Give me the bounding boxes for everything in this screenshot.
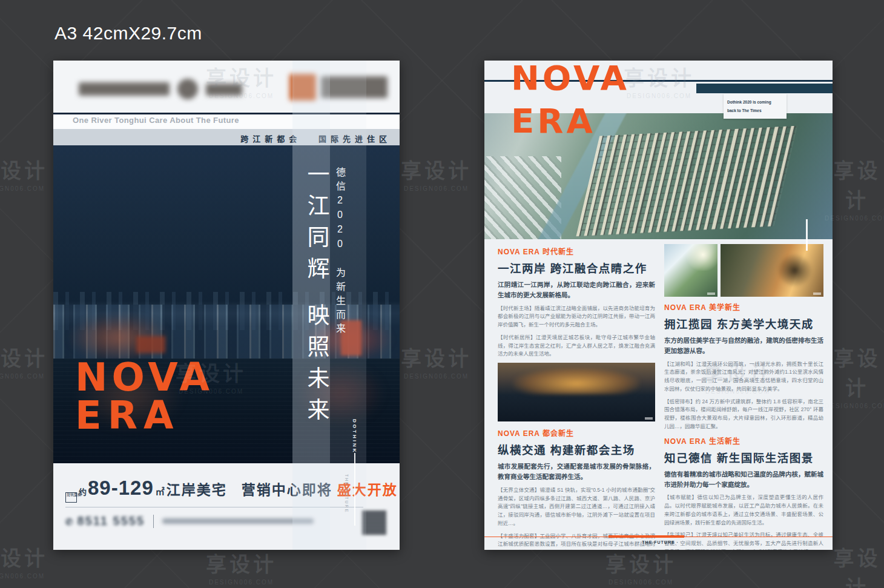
brand-seal-blurred	[177, 79, 198, 99]
section-paragraph: 【低密排布】约 24 万方新中式建筑群，整体约 1.8 低容积率，南北三围合错落…	[664, 398, 823, 431]
vertical-rule	[354, 453, 355, 526]
back-left-column: NOVA ERA 时代新生 一江两岸 跨江融合点睛之作 江阴靖江一江两岸，从跨江…	[498, 246, 655, 550]
brand-line2: ERA	[75, 397, 214, 435]
area-suffix: 江岸美宅	[167, 478, 227, 499]
area-unit: ㎡	[156, 484, 165, 497]
section-paragraph: 【无界立体交通】锡澄靖 S1 快轨，实现“0.5-1 小时的城市通勤圈”交通骨架…	[498, 486, 655, 528]
poster-back-page: NOVA ERA Dothink 2020 is coming back to …	[484, 61, 833, 550]
photo-lakeside-jogger	[664, 244, 717, 297]
section-life: NOVA ERA 生活新生 知己德信 新生国际生活图景 德信有着精准的城市战略和…	[664, 435, 823, 550]
photo-sunset-cyclist	[721, 244, 823, 297]
brand-logo-blurred	[79, 82, 170, 96]
vertical-brand-word: DOTHINK	[352, 419, 357, 454]
section-paragraph: 【时代新主场】随着靖江滨江战略全面铺展，以先进商务功能培育为都会新极的江阴与以产…	[498, 305, 655, 329]
section-lead: 东方的居住美学在于与自然的融洽，建筑的低密排布生活更加悠游从容。	[664, 335, 823, 356]
section-title: 纵横交通 构建新都会主场	[498, 441, 655, 457]
section-title: 一江两岸 跨江融合点睛之作	[498, 260, 655, 276]
english-tagline: One River Tonghui Care About The Future	[73, 116, 239, 125]
back-right-column: NOVA ERA 美学新生 拥江揽园 东方美学大境天成 东方的居住美学在于与自然…	[664, 244, 823, 550]
brand-line2: ERA	[511, 100, 630, 143]
photo-lit-tower	[136, 336, 165, 353]
photo-river-night-panorama	[498, 363, 655, 421]
poster-front-page: One River Tonghui Care About The Future …	[53, 61, 400, 550]
section-paragraph: 【时代新居所】江澄天境居正城芯板块，毗守母子江城市繁华金轴线，得江岸生态宜居之红…	[498, 334, 655, 358]
section-lead: 城市发展配套先行，交通配套是城市发展的骨架脉络，教育商业等生活配套润养生活。	[498, 461, 655, 482]
watermark: 享设计DESIGN006.COM	[825, 542, 884, 588]
contact-separator	[153, 515, 154, 528]
watermark: 享设计DESIGN006.COM	[206, 548, 277, 586]
phone-number-blurred: ✆8511 5555	[65, 514, 145, 528]
photo-row	[664, 244, 823, 297]
section-lead: 江阴靖江一江两岸，从跨江联动走向跨江融合，迎来新生城市的更大发展新格局。	[498, 280, 655, 300]
section-metro: NOVA ERA 都会新生 纵横交通 构建新都会主场 城市发展配套先行，交通配套…	[498, 428, 655, 550]
photo-building-rows	[576, 126, 797, 237]
brand-line1: NOVA	[511, 61, 630, 100]
watermark: 享设计DESIGN006.COM	[605, 548, 676, 586]
watermark: 享设计DESIGN006.COM	[401, 154, 472, 192]
brand-wordmark: NOVA ERA	[75, 358, 214, 434]
watermark: 享设计DESIGN006.COM	[0, 542, 48, 580]
corner-note: Dothink 2020 is coming back to The Times	[724, 94, 787, 119]
watermark: 享设计DESIGN006.COM	[0, 342, 48, 380]
sheet-size-label: A3 42cmX29.7cm	[54, 23, 202, 44]
area-range: 89-129	[88, 477, 154, 500]
footer-future-label: · THE FUTURE ·	[484, 540, 833, 544]
section-lead: 德信有着精准的城市战略和知己温度的品牌内核，赋新城市进阶并助力每一个家庭绽放。	[664, 469, 823, 490]
photo-vertical-rule	[806, 219, 808, 251]
address-blurred	[162, 518, 314, 524]
vertical-headline: 一江同辉 映照未来	[300, 162, 332, 465]
section-paragraph: 【城市赋能】德信以知己为品牌主张，深度塑造更懂生活的人居作品。以时代眼界赋能城市…	[664, 494, 823, 527]
section-tag: NOVA ERA 美学新生	[664, 302, 823, 312]
watermark: 享设计DESIGN006.COM	[825, 342, 884, 409]
brand-line1: NOVA	[75, 358, 214, 397]
header-teal-bar	[696, 84, 833, 93]
phone-icon: ✆	[65, 517, 74, 527]
vertical-subheadline: 德信2020 为新生而来	[332, 167, 347, 367]
section-title: 拥江揽园 东方美学大境天成	[664, 315, 823, 331]
area-icon: 建筑面积	[65, 492, 77, 503]
section-tag: NOVA ERA 时代新生	[498, 246, 655, 256]
watermark: 享设计DESIGN006.COM	[401, 342, 472, 380]
section-tag: NOVA ERA 生活新生	[664, 435, 823, 446]
section-title: 知己德信 新生国际生活图景	[664, 449, 823, 465]
brand-wordmark: NOVA ERA	[511, 61, 630, 142]
section-tag: NOVA ERA 都会新生	[498, 428, 655, 438]
watermark: 享设计DESIGN006.COM	[0, 154, 48, 192]
brand-logo-text-blurred	[206, 84, 242, 96]
section-paragraph: 【江湖和鸣】江澄天境环公园而筑，一线湖光水韵，拥揽数十里长江生态廊道，茶余饭后漫…	[664, 360, 823, 394]
watermark: 享设计DESIGN006.COM	[825, 154, 884, 222]
section-times: NOVA ERA 时代新生 一江两岸 跨江融合点睛之作 江阴靖江一江两岸，从跨江…	[498, 246, 655, 358]
corner-note-line2: back to The Times	[727, 107, 783, 115]
corner-note-line1: Dothink 2020 is coming	[727, 98, 783, 107]
footer-accent-line	[484, 537, 833, 537]
section-aesthetics: NOVA ERA 美学新生 拥江揽园 东方美学大境天成 东方的居住美学在于与自然…	[664, 302, 823, 431]
contact-row: ✆8511 5555	[65, 514, 314, 528]
